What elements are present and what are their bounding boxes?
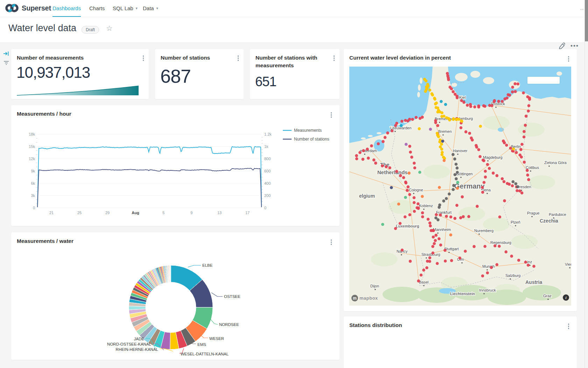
line-chart-card: Measurements / hour 18k1.2k15k1k12k8009k… xyxy=(11,105,340,226)
mapbox-attribution[interactable]: m mapbox xyxy=(351,295,378,301)
map-city-label: Basel xyxy=(419,280,429,284)
deviation-map[interactable]: TheNetherlandsGermanyelgiumCzechiaAustri… xyxy=(349,67,571,306)
scrollbar-thumb[interactable] xyxy=(585,0,588,41)
svg-text:200: 200 xyxy=(264,193,271,198)
svg-text:13: 13 xyxy=(217,211,222,215)
svg-text:0: 0 xyxy=(33,206,35,210)
svg-text:9k: 9k xyxy=(31,169,35,173)
donut-label: WESER xyxy=(209,336,224,341)
kpi-title: Number of stations with measurements xyxy=(255,54,326,69)
kebab-menu-icon[interactable] xyxy=(567,55,571,63)
status-badge-draft: Draft xyxy=(82,26,99,34)
kebab-menu-icon[interactable] xyxy=(236,54,240,62)
svg-text:18k: 18k xyxy=(29,132,35,136)
svg-text:5: 5 xyxy=(162,211,164,215)
map-city-label: Mannheim xyxy=(433,227,451,232)
donut-chart-card: Measurements / water ELBEOSTSEENORDSEEWE… xyxy=(11,232,340,360)
donut-chart[interactable]: ELBEOSTSEENORDSEEWESEREMSWESEL-DATTELN-K… xyxy=(11,232,340,360)
deviation-map-card: Current water level deviation in percent… xyxy=(344,49,577,311)
donut-label: OSTSEE xyxy=(224,294,240,299)
kpi-value: 651 xyxy=(255,74,276,89)
map-city-label: Salzburg xyxy=(505,273,520,278)
donut-label: RHEIN-HERNE-KANAL xyxy=(116,347,159,352)
svg-text:800: 800 xyxy=(264,157,271,161)
map-city-label: Czechia xyxy=(540,218,558,224)
map-city-label: Frankfurt xyxy=(436,210,451,214)
map-city-label: Bremen xyxy=(438,129,452,134)
dashboard-header: Water level data Draft ☆ ••• xyxy=(0,17,588,43)
line-chart[interactable]: 18k1.2k15k1k12k8009k6006k4003k2000021252… xyxy=(11,105,340,221)
mapbox-logo-icon: m xyxy=(351,295,358,301)
kpi-value: 10,937,013 xyxy=(16,64,90,81)
favorite-star-icon[interactable]: ☆ xyxy=(106,24,113,33)
legend-item[interactable]: Number of stations xyxy=(294,137,329,142)
legend-item[interactable]: Measurements xyxy=(294,128,322,133)
page-scrollbar[interactable] xyxy=(584,0,588,368)
donut-label: EMS xyxy=(197,342,206,347)
nav-tab-dashboards[interactable]: Dashboards xyxy=(52,0,81,17)
map-city-label: Austria xyxy=(525,279,542,285)
svg-text:9: 9 xyxy=(190,211,192,215)
chevron-down-icon: ▼ xyxy=(156,7,159,10)
svg-text:0: 0 xyxy=(264,206,266,210)
filter-icon[interactable] xyxy=(3,60,9,66)
kpi-card-stations-with-measurements: Number of stations with measurements 651 xyxy=(250,49,340,99)
map-city-label: Cologne xyxy=(409,188,423,192)
svg-text:15k: 15k xyxy=(29,144,35,149)
map-info-icon[interactable]: i xyxy=(563,294,569,301)
kpi-card-stations: Number of stations 687 xyxy=(155,49,244,99)
map-city-label: Vien xyxy=(565,262,571,266)
page-title: Water level data xyxy=(8,23,76,34)
donut-label: NORD-OSTSEE-KANAL xyxy=(107,342,151,346)
svg-text:3k: 3k xyxy=(31,193,35,198)
map-city-label: Koblenz xyxy=(419,204,433,208)
svg-text:Aug: Aug xyxy=(132,211,139,215)
map-city-label: elgium xyxy=(359,193,375,199)
kebab-menu-icon[interactable] xyxy=(567,322,571,330)
map-city-label: Dijon xyxy=(370,284,379,288)
infinity-logo-icon xyxy=(5,3,19,13)
kebab-menu-icon[interactable] xyxy=(141,54,146,62)
svg-text:25: 25 xyxy=(77,211,82,215)
chart-title: Stations distribution xyxy=(349,321,402,329)
map-city-label: Netherlands xyxy=(377,169,408,175)
donut-label: JADE xyxy=(134,337,145,341)
map-city-label: Innsbruck xyxy=(479,288,496,292)
nav-tab-charts[interactable]: Charts xyxy=(89,0,105,16)
map-city-label: Strasbourg xyxy=(421,252,440,257)
svg-text:29: 29 xyxy=(105,211,110,215)
kpi-value: 687 xyxy=(160,65,191,87)
svg-text:6k: 6k xyxy=(31,181,35,185)
map-city-label: Plzeň xyxy=(511,220,520,224)
donut-label: WESEL-DATTELN-KANAL xyxy=(181,352,229,356)
donut-label: ELBE xyxy=(202,263,213,267)
svg-text:17: 17 xyxy=(245,211,250,215)
map-city-label: Pardubice xyxy=(549,212,566,217)
superset-logo[interactable]: Superset xyxy=(5,3,51,13)
nav-tab-data[interactable]: Data▼ xyxy=(143,0,159,16)
top-nav: Superset Dashboards Charts SQL Lab▼ Data… xyxy=(0,0,588,17)
kpi-title: Number of measurements xyxy=(17,54,84,62)
kebab-menu-icon[interactable] xyxy=(332,54,336,62)
kpi-title: Number of stations xyxy=(161,54,210,62)
kpi-card-measurements: Number of measurements 10,937,013 xyxy=(11,49,149,99)
svg-text:400: 400 xyxy=(264,181,271,185)
map-city-label: Liechtenstein xyxy=(450,292,475,296)
map-city-label: Munich xyxy=(482,264,495,268)
stations-map[interactable] xyxy=(349,332,571,368)
svg-text:1.2k: 1.2k xyxy=(264,132,272,136)
svg-text:600: 600 xyxy=(264,169,271,173)
nav-tab-sqllab[interactable]: SQL Lab▼ xyxy=(113,0,138,16)
stations-map-card: Stations distribution xyxy=(344,316,577,368)
map-city-label: Prague xyxy=(527,211,539,215)
map-city-label: Magdeburg xyxy=(483,155,503,159)
brand-name: Superset xyxy=(22,4,51,12)
donut-label: NORDSEE xyxy=(219,322,239,327)
map-legend xyxy=(527,77,560,84)
dashboard-more-icon[interactable]: ••• xyxy=(570,42,579,49)
map-city-label: Hanover xyxy=(453,149,468,153)
svg-text:1k: 1k xyxy=(264,144,268,149)
kpi-sparkline xyxy=(16,83,144,97)
map-city-label: Graz xyxy=(543,294,552,298)
expand-filter-bar-icon[interactable] xyxy=(3,50,9,57)
